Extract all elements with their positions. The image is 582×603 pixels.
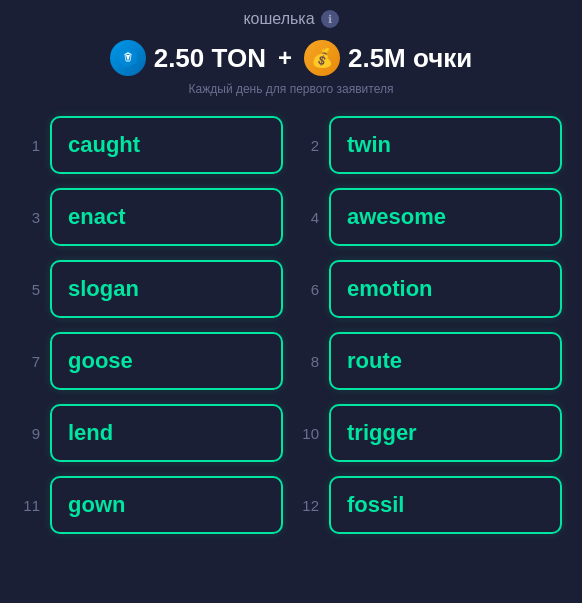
subtitle: Каждый день для первого заявителя <box>0 80 582 108</box>
word-number: 11 <box>20 497 40 514</box>
coin-icon: 💰 <box>304 40 340 76</box>
header: кошелька ℹ <box>0 0 582 32</box>
word-number: 8 <box>299 353 319 370</box>
word-cell: 7goose <box>20 332 283 390</box>
word-box[interactable]: route <box>329 332 562 390</box>
word-cell: 8route <box>299 332 562 390</box>
header-title: кошелька <box>243 10 314 28</box>
word-cell: 11gown <box>20 476 283 534</box>
word-number: 7 <box>20 353 40 370</box>
word-box[interactable]: emotion <box>329 260 562 318</box>
word-box[interactable]: awesome <box>329 188 562 246</box>
word-cell: 5slogan <box>20 260 283 318</box>
word-box[interactable]: goose <box>50 332 283 390</box>
rewards-bar: 2.50 TON + 💰 2.5M очки <box>0 32 582 80</box>
words-grid: 1caught2twin3enact4awesome5slogan6emotio… <box>0 108 582 554</box>
word-number: 12 <box>299 497 319 514</box>
ton-icon <box>110 40 146 76</box>
word-cell: 12fossil <box>299 476 562 534</box>
word-number: 4 <box>299 209 319 226</box>
word-number: 2 <box>299 137 319 154</box>
word-number: 9 <box>20 425 40 442</box>
svg-rect-0 <box>126 54 129 55</box>
word-cell: 4awesome <box>299 188 562 246</box>
word-number: 5 <box>20 281 40 298</box>
word-number: 3 <box>20 209 40 226</box>
ton-reward: 2.50 TON <box>110 40 266 76</box>
word-box[interactable]: twin <box>329 116 562 174</box>
word-number: 6 <box>299 281 319 298</box>
word-box[interactable]: fossil <box>329 476 562 534</box>
ton-amount: 2.50 TON <box>154 43 266 74</box>
word-cell: 2twin <box>299 116 562 174</box>
word-cell: 10trigger <box>299 404 562 462</box>
word-number: 10 <box>299 425 319 442</box>
word-box[interactable]: gown <box>50 476 283 534</box>
word-cell: 9lend <box>20 404 283 462</box>
word-box[interactable]: caught <box>50 116 283 174</box>
word-box[interactable]: enact <box>50 188 283 246</box>
points-reward: 💰 2.5M очки <box>304 40 472 76</box>
word-box[interactable]: trigger <box>329 404 562 462</box>
plus-sign: + <box>278 44 292 72</box>
word-number: 1 <box>20 137 40 154</box>
word-box[interactable]: lend <box>50 404 283 462</box>
word-cell: 6emotion <box>299 260 562 318</box>
points-amount: 2.5M очки <box>348 43 472 74</box>
word-cell: 1caught <box>20 116 283 174</box>
word-box[interactable]: slogan <box>50 260 283 318</box>
word-cell: 3enact <box>20 188 283 246</box>
info-icon[interactable]: ℹ <box>321 10 339 28</box>
